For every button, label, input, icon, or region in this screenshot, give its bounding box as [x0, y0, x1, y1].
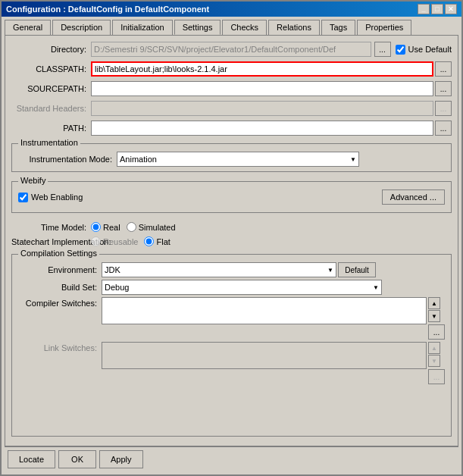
std-headers-browse-button: ...	[435, 101, 452, 116]
path-label: PATH:	[11, 124, 91, 133]
webify-group-title: Webify	[18, 176, 48, 185]
compiler-scroll-down[interactable]: ▼	[428, 310, 440, 322]
flat-radio-item: Flat	[144, 236, 170, 246]
environment-value: JDK	[105, 265, 120, 274]
real-label: Real	[103, 223, 120, 232]
build-set-row: Build Set: Debug ▼	[18, 280, 445, 295]
web-enabling-label: Web Enabling	[31, 193, 83, 202]
link-scroll-up: ▲	[428, 342, 440, 354]
maximize-button[interactable]: □	[431, 4, 443, 14]
build-set-combo-row: Debug ▼	[102, 280, 445, 295]
locate-button[interactable]: Locate	[8, 450, 55, 468]
build-set-value: Debug	[105, 283, 129, 292]
path-input-row: ...	[91, 121, 452, 136]
compiler-switches-input[interactable]	[102, 297, 427, 324]
reusable-radio-item: Reusable	[91, 236, 138, 246]
environment-label: Environment:	[18, 265, 102, 274]
path-row: PATH: ...	[11, 121, 452, 136]
sourcepath-input[interactable]	[91, 81, 433, 96]
build-set-label: Build Set:	[18, 283, 102, 292]
webify-group: Webify Web Enabling Advanced ...	[11, 181, 452, 213]
classpath-row: CLASSPATH: ...	[11, 61, 452, 77]
statechart-radio-group: Reusable Flat	[91, 236, 170, 246]
std-headers-label: Standard Headers:	[11, 104, 91, 113]
environment-arrow: ▼	[327, 267, 333, 274]
tab-relations[interactable]: Relations	[268, 20, 320, 35]
advanced-button[interactable]: Advanced ...	[382, 189, 445, 205]
tab-tags[interactable]: Tags	[321, 20, 355, 35]
directory-browse-button[interactable]: ...	[374, 42, 391, 57]
tab-initialization[interactable]: Initialization	[112, 20, 172, 35]
instr-mode-value: Animation	[120, 155, 157, 164]
ok-button[interactable]: OK	[58, 450, 96, 468]
tab-general[interactable]: General	[5, 20, 51, 35]
real-radio-item: Real	[91, 222, 120, 232]
simulated-radio[interactable]	[127, 222, 136, 232]
directory-input[interactable]	[91, 42, 371, 57]
instr-mode-combo[interactable]: Animation ▼	[117, 152, 359, 167]
link-switches-label: Link Switches:	[18, 342, 102, 352]
environment-combo[interactable]: JDK ▼	[102, 262, 336, 277]
apply-button[interactable]: Apply	[99, 450, 143, 468]
sourcepath-input-row: ...	[91, 81, 452, 96]
link-scroll-down: ▼	[428, 355, 440, 367]
flat-radio[interactable]	[144, 236, 154, 246]
instrumentation-group-title: Instrumentation	[18, 138, 80, 147]
classpath-browse-button[interactable]: ...	[435, 61, 452, 77]
reusable-label: Reusable	[103, 237, 138, 246]
classpath-label: CLASSPATH:	[11, 64, 91, 74]
compiler-switches-row: Compiler Switches: ▲ ▼ ...	[18, 297, 445, 340]
flat-label: Flat	[156, 237, 170, 246]
environment-row: Environment: JDK ▼ Default	[18, 262, 445, 277]
window-title: Configuration : DefaultConfig in Default…	[6, 5, 209, 14]
classpath-input-row: ...	[91, 61, 452, 77]
compilation-group: Compilation Settings Environment: JDK ▼ …	[11, 254, 452, 437]
std-headers-input	[91, 101, 433, 116]
std-headers-row: Standard Headers: ...	[11, 101, 452, 116]
path-browse-button[interactable]: ...	[435, 121, 452, 136]
sourcepath-label: SOURCEPATH:	[11, 84, 91, 93]
time-model-label: Time Model:	[11, 223, 91, 232]
directory-label: Directory:	[11, 45, 91, 54]
link-switches-row: Link Switches: ▲ ▼ ...	[18, 342, 445, 384]
instr-mode-row: Instrumentation Mode: Animation ▼	[18, 152, 445, 167]
build-set-arrow: ▼	[373, 284, 379, 291]
use-default-checkbox[interactable]	[396, 45, 405, 55]
content-area: General Description Initialization Setti…	[2, 17, 461, 474]
tab-settings[interactable]: Settings	[174, 20, 221, 35]
compiler-switches-label: Compiler Switches:	[18, 297, 102, 308]
title-bar-buttons: _ □ ✕	[418, 4, 457, 14]
directory-row: Directory: document.currentScript.previo…	[11, 42, 452, 57]
compiler-scroll-up[interactable]: ▲	[428, 297, 440, 309]
path-input[interactable]	[91, 121, 433, 136]
reusable-radio	[91, 236, 101, 246]
settings-panel: Directory: document.currentScript.previo…	[5, 35, 458, 446]
sourcepath-browse-button[interactable]: ...	[435, 81, 452, 96]
statechart-label: Statechart Implementation:	[11, 237, 91, 246]
tab-checks[interactable]: Checks	[222, 20, 267, 35]
webify-content: Web Enabling Advanced ...	[18, 186, 445, 208]
default-button[interactable]: Default	[338, 262, 376, 277]
bottom-bar: Locate OK Apply	[5, 446, 458, 471]
tab-description[interactable]: Description	[52, 20, 111, 35]
time-model-radio-group: Real Simulated	[91, 222, 176, 232]
title-bar: Configuration : DefaultConfig in Default…	[2, 2, 461, 17]
real-radio[interactable]	[91, 222, 101, 232]
simulated-label: Simulated	[139, 223, 176, 232]
classpath-input[interactable]	[91, 61, 433, 77]
instrumentation-group: Instrumentation Instrumentation Mode: An…	[11, 143, 452, 172]
sourcepath-row: SOURCEPATH: ...	[11, 81, 452, 96]
link-browse-button: ...	[428, 369, 445, 384]
close-button[interactable]: ✕	[445, 4, 457, 14]
compiler-browse-button[interactable]: ...	[428, 324, 445, 340]
simulated-radio-item: Simulated	[127, 222, 176, 232]
link-switches-input	[102, 342, 427, 369]
statechart-row: Statechart Implementation: Reusable Flat	[11, 236, 452, 246]
environment-combo-row: JDK ▼ Default	[102, 262, 445, 277]
build-set-combo[interactable]: Debug ▼	[102, 280, 382, 295]
minimize-button[interactable]: _	[418, 4, 430, 14]
directory-input-row: document.currentScript.previousElementSi…	[91, 42, 452, 57]
main-window: Configuration : DefaultConfig in Default…	[0, 0, 463, 476]
web-enabling-checkbox[interactable]	[18, 193, 28, 202]
tab-properties[interactable]: Properties	[357, 20, 411, 35]
